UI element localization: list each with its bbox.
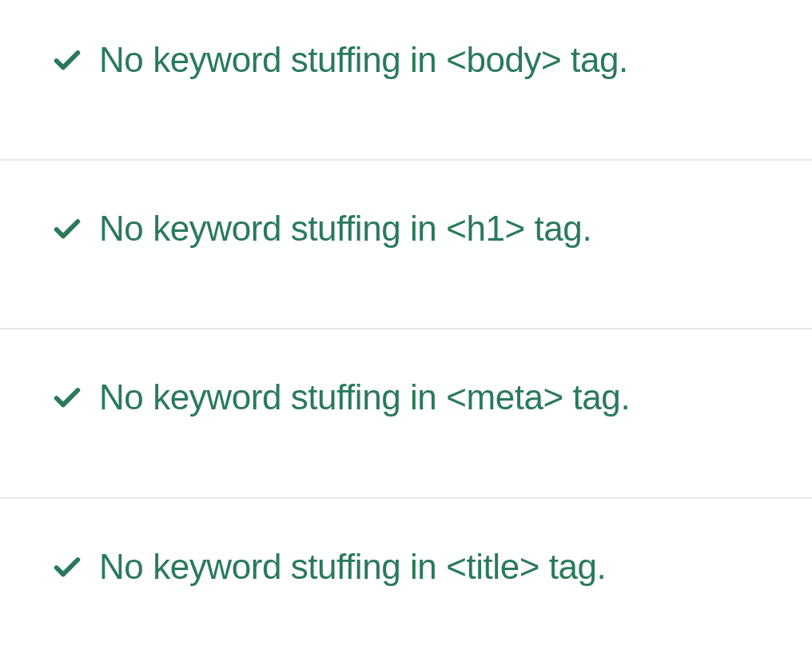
check-icon <box>51 45 83 77</box>
check-item: No keyword stuffing in <title> tag. <box>0 499 812 637</box>
check-icon <box>51 213 83 245</box>
check-item: No keyword stuffing in <meta> tag. <box>0 329 812 498</box>
check-label: No keyword stuffing in <body> tag. <box>99 37 628 82</box>
check-icon <box>51 552 83 584</box>
check-item: No keyword stuffing in <h1> tag. <box>0 161 812 329</box>
check-icon <box>51 382 83 414</box>
check-label: No keyword stuffing in <h1> tag. <box>99 205 591 251</box>
check-label: No keyword stuffing in <meta> tag. <box>99 374 630 420</box>
check-item: No keyword stuffing in <body> tag. <box>0 0 812 161</box>
check-label: No keyword stuffing in <title> tag. <box>99 544 606 589</box>
seo-checks-list: No keyword stuffing in <body> tag. No ke… <box>0 0 812 637</box>
